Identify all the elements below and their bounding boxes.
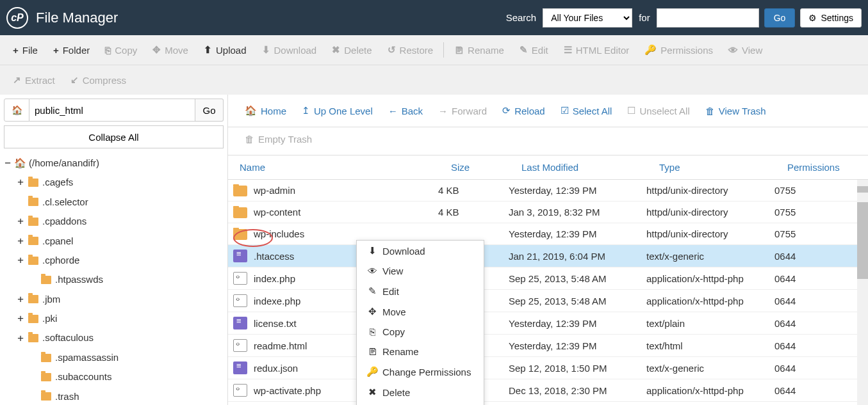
move-icon: ✥: [366, 306, 379, 317]
scrollbar-thumb-top[interactable]: [857, 186, 868, 193]
tree-toggle[interactable]: +: [17, 173, 24, 192]
context-menu-view[interactable]: 👁View: [357, 261, 484, 281]
col-header-name[interactable]: Name: [240, 162, 451, 173]
table-row[interactable]: wp-content4 KBJan 3, 2019, 8:32 PMhttpd/…: [228, 202, 868, 223]
table-row[interactable]: wp-blog-header.phpesDec 19, 2015, 4:50 P…: [228, 402, 868, 405]
tree-item[interactable]: +.cagefs: [4, 173, 224, 192]
tree-item[interactable]: +.cpanel: [4, 232, 224, 251]
up-one-level-link[interactable]: ↥Up One Level: [294, 101, 381, 120]
download-button[interactable]: ⬇Download: [254, 39, 325, 61]
tree-item[interactable]: +.cphorde: [4, 251, 224, 270]
tree-item[interactable]: +.trash: [4, 387, 224, 405]
tree-item[interactable]: +.subaccounts: [4, 367, 224, 386]
context-menu-edit[interactable]: ✎Edit: [357, 281, 484, 301]
compress-button[interactable]: ↙Compress: [63, 69, 134, 91]
tree-item[interactable]: +.cl.selector: [4, 193, 224, 212]
tree-toggle[interactable]: +: [17, 232, 24, 251]
context-menu-change-permissions[interactable]: 🔑Change Permissions: [357, 361, 484, 382]
folder-icon: [28, 334, 38, 342]
new-file-button[interactable]: +File: [5, 40, 45, 61]
tree-toggle[interactable]: −: [4, 154, 12, 173]
context-menu-compress[interactable]: ↙Compress: [357, 402, 484, 405]
table-row[interactable]: redux.json3Sep 12, 2018, 1:50 PMtext/x-g…: [228, 357, 868, 379]
file-name: wp-admin: [254, 185, 295, 196]
view-button[interactable]: 👁View: [721, 40, 770, 61]
file-name: index.php: [254, 273, 295, 284]
tree-toggle[interactable]: +: [17, 290, 24, 309]
doc-icon: [233, 250, 247, 262]
file-modified: Sep 25, 2013, 5:48 AM: [509, 273, 646, 284]
context-menu-copy[interactable]: ⎘Copy: [357, 322, 484, 342]
copy-icon: ⎘: [366, 326, 379, 337]
forward-link[interactable]: →Forward: [430, 102, 495, 120]
context-menu-move[interactable]: ✥Move: [357, 301, 484, 322]
back-link[interactable]: ←Back: [381, 102, 430, 120]
tree-toggle[interactable]: +: [17, 251, 24, 270]
tree-root[interactable]: − 🏠 (/home/anandifr): [4, 154, 224, 173]
new-folder-button[interactable]: +Folder: [45, 40, 97, 61]
col-header-permissions[interactable]: Permissions: [787, 162, 856, 173]
download-icon: ⬇: [262, 44, 270, 56]
tree-item[interactable]: +.cpaddons: [4, 212, 224, 231]
file-type: application/x-httpd-php: [646, 385, 774, 396]
empty-trash-link[interactable]: 🗑Empty Trash: [237, 130, 859, 148]
move-button[interactable]: ✥Move: [145, 39, 196, 61]
copy-button[interactable]: ⎘Copy: [97, 40, 145, 61]
file-name: indexe.php: [254, 296, 300, 306]
tree-item-label: .pki: [42, 310, 57, 328]
table-row[interactable]: index.phpesSep 25, 2013, 5:48 AMapplicat…: [228, 267, 868, 290]
home-button[interactable]: 🏠: [4, 99, 29, 122]
tree-toggle[interactable]: +: [17, 329, 24, 348]
reload-icon: ⟳: [502, 105, 511, 116]
table-row[interactable]: wp-admin4 KBYesterday, 12:39 PMhttpd/uni…: [228, 180, 868, 202]
search-input[interactable]: [657, 8, 759, 28]
table-row[interactable]: wp-activate.php3Dec 13, 2018, 2:30 PMapp…: [228, 379, 868, 402]
upload-button[interactable]: ⬆Upload: [196, 39, 254, 61]
context-menu-download[interactable]: ⬇Download: [357, 241, 484, 261]
tree-item[interactable]: +.jbm: [4, 290, 224, 309]
delete-button[interactable]: ✖Delete: [324, 39, 379, 61]
reload-link[interactable]: ⟳Reload: [495, 101, 553, 120]
html-editor-button[interactable]: ☰HTML Editor: [556, 39, 637, 61]
tree-item[interactable]: +.softaculous: [4, 329, 224, 348]
search-go-button[interactable]: Go: [764, 8, 796, 28]
context-menu-rename[interactable]: 🖹Rename: [357, 342, 484, 361]
tree-item[interactable]: +.spamassassin: [4, 348, 224, 367]
table-row[interactable]: license.txt‹BYesterday, 12:39 PMtext/pla…: [228, 312, 868, 335]
home-link[interactable]: 🏠Home: [237, 101, 294, 120]
check-icon: ☑: [561, 105, 569, 116]
path-go-button[interactable]: Go: [195, 99, 224, 122]
table-row[interactable]: readme.html3Yesterday, 12:39 PMtext/html…: [228, 335, 868, 357]
path-input[interactable]: [29, 99, 195, 122]
file-modified: Sep 12, 2018, 1:50 PM: [509, 363, 646, 374]
edit-button[interactable]: ✎Edit: [512, 39, 556, 61]
rename-button[interactable]: 🖹Rename: [446, 40, 512, 61]
scrollbar-thumb[interactable]: [857, 202, 868, 279]
col-header-modified[interactable]: Last Modified: [521, 162, 659, 173]
extract-button[interactable]: ↗Extract: [5, 69, 63, 91]
scrollbar-track[interactable]: [857, 180, 868, 405]
view-trash-link[interactable]: 🗑View Trash: [698, 102, 774, 120]
col-header-type[interactable]: Type: [659, 162, 787, 173]
col-header-size[interactable]: Size: [451, 162, 521, 173]
table-row[interactable]: indexe.phpesSep 25, 2013, 5:48 AMapplica…: [228, 290, 868, 312]
table-row[interactable]: .htaccessesJan 21, 2019, 6:04 PMtext/x-g…: [228, 245, 868, 267]
file-type: httpd/unix-directory: [646, 228, 774, 239]
file-modified: Dec 13, 2018, 2:30 PM: [509, 385, 646, 396]
search-scope-select[interactable]: All Your Files: [543, 8, 632, 28]
settings-button[interactable]: ⚙Settings: [800, 8, 862, 28]
select-all-link[interactable]: ☑Select All: [553, 101, 620, 120]
context-menu-delete[interactable]: ✖Delete: [357, 382, 484, 402]
tree-item[interactable]: +.pki: [4, 309, 224, 328]
table-row[interactable]: wp-includesYesterday, 12:39 PMhttpd/unix…: [228, 223, 868, 245]
unselect-all-link[interactable]: ☐Unselect All: [619, 101, 697, 120]
restore-button[interactable]: ↺Restore: [380, 39, 441, 61]
top-bar: cP File Manager Search All Your Files fo…: [0, 0, 868, 35]
file-list[interactable]: wp-admin4 KBYesterday, 12:39 PMhttpd/uni…: [228, 180, 868, 405]
permissions-button[interactable]: 🔑Permissions: [637, 39, 721, 61]
collapse-all-button[interactable]: Collapse All: [4, 125, 224, 148]
tree-item[interactable]: +.htpasswds: [4, 270, 224, 289]
tree-toggle[interactable]: +: [17, 309, 24, 328]
tree-toggle[interactable]: +: [17, 212, 24, 231]
folder-icon: [41, 373, 51, 381]
